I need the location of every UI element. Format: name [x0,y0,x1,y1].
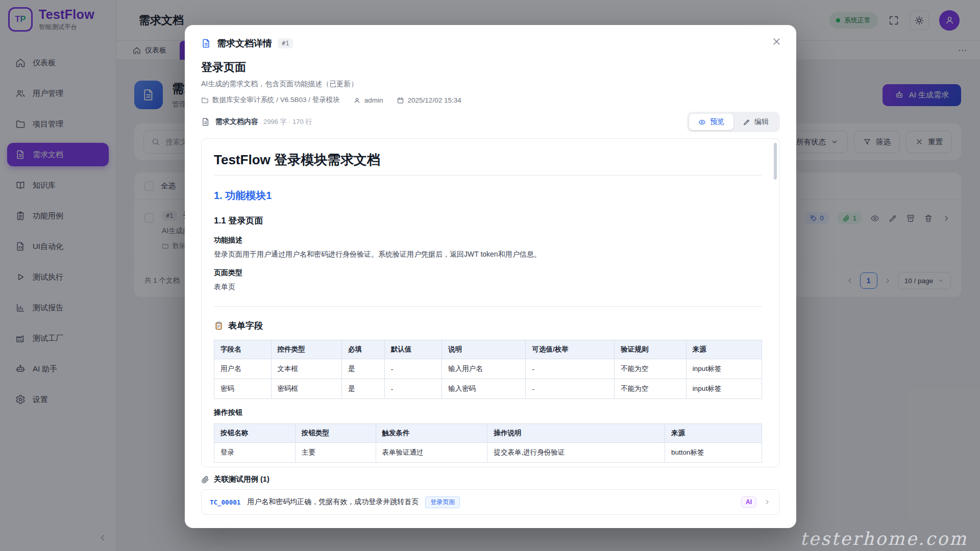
preview-label: 预览 [710,117,724,127]
table-cell: 输入密码 [442,379,526,399]
test-case-expand-button[interactable] [763,498,771,506]
buttons-label: 操作按钮 [214,408,762,417]
table-header: 按钮名称 [214,424,296,443]
table-header-row: 按钮名称 按钮类型 触发条件 操作说明 来源 [214,424,762,443]
table-cell: 密码 [214,379,272,399]
modal-footer: 关联测试用例 (1) TC_00001 用户名和密码均正确，凭据有效，成功登录并… [201,474,780,515]
edit-label: 编辑 [754,117,769,127]
user-icon [353,96,361,104]
table-header: 必填 [341,340,384,359]
table-header: 控件类型 [271,340,341,359]
doc-project: 数据库安全审计系统 / V6.5B03 / 登录模块 [201,95,340,105]
table-cell: - [384,359,442,379]
modal-header: 需求文档详情 #1 [201,37,780,49]
eye-icon [698,118,706,126]
content-label: 需求文档内容 [215,117,258,127]
doc-h2: 1. 功能模块1 [214,189,762,203]
doc-datetime: 2025/12/02 15:34 [397,96,461,104]
form-fields-table: 字段名 控件类型 必填 默认值 说明 可选值/枚举 验证规则 来源 用户名 文本… [214,340,762,399]
table-header: 触发条件 [376,424,487,443]
table-cell: 是 [341,379,384,399]
table-cell: - [526,379,615,399]
doc-description: AI生成的需求文档，包含页面功能描述（已更新） [201,80,780,89]
table-cell: - [384,379,442,399]
test-case-tag: 登录页面 [425,496,460,508]
preview-button[interactable]: 预览 [689,114,733,130]
pencil-icon [743,118,750,126]
table-row: 登录 主要 表单验证通过 提交表单,进行身份验证 button标签 [214,443,762,463]
table-header: 说明 [442,340,526,359]
feature-text: 登录页面用于用户通过用户名和密码进行身份验证。系统验证用户凭据后，返回JWT t… [214,250,762,259]
calendar-icon [397,96,404,104]
file-text-icon [201,117,210,127]
table-row: 密码 密码框 是 - 输入密码 - 不能为空 input标签 [214,379,762,399]
table-cell: 不能为空 [615,379,687,399]
test-case-description: 用户名和密码均正确，凭据有效，成功登录并跳转首页 [247,497,419,507]
page-type-label: 页面类型 [214,268,762,278]
test-case-id: TC_00001 [210,498,240,506]
file-text-icon [201,38,211,48]
modal-title: 需求文档详情 [217,37,272,49]
divider [214,306,762,307]
table-cell: 不能为空 [615,359,687,379]
related-cases-title: 关联测试用例 (1) [214,474,270,484]
doc-meta: 数据库安全审计系统 / V6.5B03 / 登录模块 admin 2025/12… [201,95,780,105]
edit-button[interactable]: 编辑 [733,114,778,130]
table-header: 默认值 [384,340,442,359]
app-root: TP TestFlow 智能测试平台 仪表板 用户管理 项目管理 需求文 [0,0,980,551]
form-fields-heading: 表单字段 [214,320,762,332]
action-buttons-table: 按钮名称 按钮类型 触发条件 操作说明 来源 登录 主要 表单验证通过 提交表单… [214,423,762,463]
table-cell: 登录 [214,443,296,463]
table-header: 可选值/枚举 [526,340,615,359]
table-header: 操作说明 [487,424,665,443]
requirement-detail-modal: 需求文档详情 #1 登录页面 AI生成的需求文档，包含页面功能描述（已更新） 数… [185,25,796,528]
table-cell: 文本框 [271,359,341,379]
form-fields-title: 表单字段 [228,320,263,332]
feature-label: 功能描述 [214,236,762,245]
table-row: 用户名 文本框 是 - 输入用户名 - 不能为空 input标签 [214,359,762,379]
table-cell: 提交表单,进行身份验证 [487,443,665,463]
clipboard-emoji-icon [214,321,224,331]
related-cases-label: 关联测试用例 (1) [201,474,780,484]
content-stats: 2996 字 · 170 行 [263,117,312,127]
modal-close-button[interactable] [771,36,782,47]
table-header: 来源 [665,424,762,443]
table-header: 来源 [686,340,762,359]
table-header: 验证规则 [615,340,687,359]
datetime-value: 2025/12/02 15:34 [408,96,461,104]
table-cell: - [526,359,615,379]
doc-toolbar: 需求文档内容 2996 字 · 170 行 预览 编辑 [201,112,780,132]
author-name: admin [364,96,383,104]
doc-content-viewer[interactable]: TestFlow 登录模块需求文档 1. 功能模块1 1.1 登录页面 功能描述… [201,138,780,467]
modal-id-badge: #1 [278,38,293,48]
scrollbar-thumb[interactable] [774,143,777,180]
table-cell: 输入用户名 [442,359,526,379]
doc-author: admin [353,96,383,104]
table-cell: 主要 [295,443,376,463]
doc-h3: 1.1 登录页面 [214,215,762,227]
table-cell: 表单验证通过 [376,443,487,463]
table-cell: 密码框 [271,379,341,399]
doc-h1: TestFlow 登录模块需求文档 [214,151,762,176]
close-icon [771,36,782,47]
project-path: 数据库安全审计系统 / V6.5B03 / 登录模块 [212,95,340,105]
table-header: 字段名 [214,340,272,359]
folder-icon [201,96,209,104]
watermark: testerhome.com [800,529,968,549]
chevron-right-icon [763,498,771,506]
page-type-value: 表单页 [214,283,762,292]
ai-badge: AI [741,496,756,508]
view-mode-toggle: 预览 编辑 [687,112,780,132]
doc-title: 登录页面 [201,60,780,75]
test-case-row[interactable]: TC_00001 用户名和密码均正确，凭据有效，成功登录并跳转首页 登录页面 A… [201,489,780,515]
table-header: 按钮类型 [295,424,376,443]
table-cell: button标签 [665,443,762,463]
table-cell: input标签 [686,379,762,399]
table-header-row: 字段名 控件类型 必填 默认值 说明 可选值/枚举 验证规则 来源 [214,340,762,359]
table-cell: 是 [341,359,384,379]
paperclip-icon [201,475,209,484]
table-cell: 用户名 [214,359,272,379]
table-cell: input标签 [686,359,762,379]
